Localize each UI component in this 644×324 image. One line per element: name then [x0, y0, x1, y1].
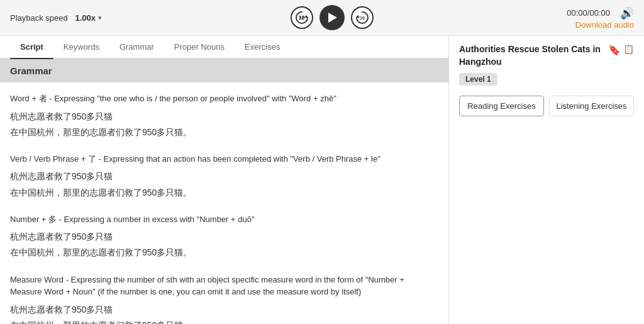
- grammar-rule-3: Number + 多 - Expressing a number in exce…: [10, 213, 438, 226]
- play-button[interactable]: [319, 5, 345, 30]
- time-display: 00:00/00:00: [567, 8, 610, 18]
- tabs: Script Keywords Grammar Proper Nouns Exe…: [0, 36, 448, 59]
- grammar-rule-4: Measure Word - Expressing the number of …: [10, 274, 438, 298]
- rewind-button[interactable]: 10 10: [291, 6, 313, 29]
- chinese-text-3: 杭州志愿者救了950多只猫 在中国杭州，那里的志愿者们救了950多只猫。: [10, 229, 438, 260]
- grammar-rule-1: Word + 者 - Expressing "the one who is / …: [10, 92, 438, 105]
- article-title-text: Authorities Rescue Stolen Cats in Hangzh…: [459, 43, 603, 68]
- chinese-text-1: 杭州志愿者救了950多只猫 在中国杭州，那里的志愿者们救了950多只猫。: [10, 109, 438, 140]
- grammar-section-3: Number + 多 - Expressing a number in exce…: [10, 213, 438, 261]
- playback-label: Playback speed: [10, 13, 68, 23]
- tab-grammar[interactable]: Grammar: [109, 36, 164, 59]
- content-area: Grammar Word + 者 - Expressing "the one w…: [0, 59, 448, 324]
- bookmark-icon[interactable]: 🔖: [608, 43, 621, 57]
- title-icons: 🔖 📋: [608, 43, 634, 57]
- grammar-rule-2: Verb / Verb Phrase + 了 - Expressing that…: [10, 153, 438, 165]
- reading-exercises-button[interactable]: Reading Exercises: [459, 96, 544, 116]
- tab-script[interactable]: Script: [10, 36, 53, 59]
- svg-text:10: 10: [360, 16, 365, 20]
- main-layout: Script Keywords Grammar Proper Nouns Exe…: [0, 36, 644, 324]
- playback-speed: Playback speed 1.00x ▾: [10, 13, 102, 23]
- grammar-section-4: Measure Word - Expressing the number of …: [10, 274, 438, 324]
- article-title-area: Authorities Rescue Stolen Cats in Hangzh…: [459, 43, 634, 68]
- tab-keywords[interactable]: Keywords: [53, 36, 109, 59]
- svg-text:10: 10: [299, 16, 304, 20]
- volume-icon[interactable]: 🔊: [620, 6, 634, 20]
- download-link[interactable]: Download audio: [575, 20, 634, 30]
- chinese-text-4: 杭州志愿者救了950多只猫 在中国杭州，那里的志愿者们救了950多只猫。 这些猫…: [10, 302, 438, 324]
- level-badge: Level 1: [459, 73, 497, 86]
- copy-icon[interactable]: 📋: [623, 43, 634, 57]
- left-panel: Script Keywords Grammar Proper Nouns Exe…: [0, 36, 449, 324]
- exercise-buttons: Reading Exercises Listening Exercises: [459, 96, 634, 116]
- audio-controls: 10 10 10: [291, 5, 374, 30]
- listening-exercises-button[interactable]: Listening Exercises: [549, 96, 634, 116]
- audio-bar: Playback speed 1.00x ▾ 10 10 10 00:00/: [0, 0, 644, 36]
- forward-button[interactable]: 10: [351, 6, 374, 29]
- tab-proper-nouns[interactable]: Proper Nouns: [164, 36, 235, 59]
- speed-dropdown[interactable]: ▾: [98, 14, 102, 22]
- play-icon: [328, 13, 337, 23]
- grammar-header: Grammar: [0, 59, 448, 82]
- playback-value: 1.00x: [75, 13, 96, 23]
- right-panel: Authorities Rescue Stolen Cats in Hangzh…: [449, 36, 644, 324]
- tab-exercises[interactable]: Exercises: [235, 36, 290, 59]
- grammar-section-2: Verb / Verb Phrase + 了 - Expressing that…: [10, 153, 438, 201]
- time-volume-area: 00:00/00:00 🔊 Download audio: [562, 6, 634, 30]
- grammar-section-1: Word + 者 - Expressing "the one who is / …: [10, 92, 438, 140]
- chinese-text-2: 杭州志愿者救了950多只猫 在中国杭州，那里的志愿者们救了950多只猫。: [10, 169, 438, 200]
